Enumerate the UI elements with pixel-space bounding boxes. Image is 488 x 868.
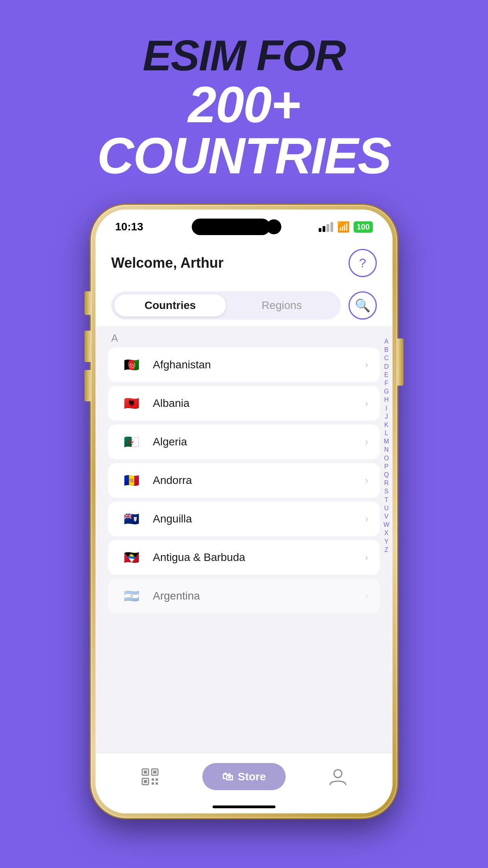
search-icon: 🔍 xyxy=(355,298,371,313)
nav-qr[interactable] xyxy=(141,767,160,786)
alpha-l[interactable]: L xyxy=(385,429,388,437)
svg-rect-6 xyxy=(152,778,154,781)
alpha-p[interactable]: P xyxy=(384,463,389,470)
alpha-i[interactable]: I xyxy=(385,405,387,412)
tab-regions[interactable]: Regions xyxy=(226,294,338,316)
flag-antigua: 🇦🇬 xyxy=(120,549,143,566)
battery-icon: 100 xyxy=(354,221,373,233)
country-name-anguilla: Anguilla xyxy=(153,513,356,525)
status-bar: 10:13 📶 100 xyxy=(95,210,393,237)
help-button[interactable]: ? xyxy=(349,249,377,277)
section-header-a: A xyxy=(95,326,393,348)
dynamic-island xyxy=(192,219,270,235)
flag-andorra: 🇦🇩 xyxy=(120,472,143,489)
chevron-icon: › xyxy=(365,590,368,601)
alpha-f[interactable]: F xyxy=(385,379,389,387)
country-item-anguilla[interactable]: 🇦🇮 Anguilla › xyxy=(108,502,380,536)
profile-icon xyxy=(328,767,347,786)
alpha-d[interactable]: D xyxy=(384,363,389,370)
wifi-icon: 📶 xyxy=(337,221,350,233)
country-name-argentina: Argentina xyxy=(153,590,356,602)
alpha-o[interactable]: O xyxy=(384,454,389,462)
hero-line1: ESIM FOR xyxy=(97,31,391,79)
signal-icon xyxy=(319,222,333,232)
country-name-albania: Albania xyxy=(153,397,356,410)
alpha-j[interactable]: J xyxy=(385,413,388,420)
flag-algeria: 🇩🇿 xyxy=(120,433,143,451)
phone-screen: 10:13 📶 100 Welcome, Arthur xyxy=(95,210,393,813)
country-name-afghanistan: Afghanistan xyxy=(153,359,356,371)
alpha-x[interactable]: X xyxy=(384,529,389,537)
tab-pills: Countries Regions xyxy=(111,291,341,320)
svg-rect-1 xyxy=(144,771,147,774)
app-header: Welcome, Arthur ? xyxy=(95,237,393,285)
welcome-message: Welcome, Arthur xyxy=(111,255,224,271)
alpha-n[interactable]: N xyxy=(384,446,389,453)
country-name-antigua: Antigua & Barbuda xyxy=(153,551,356,564)
hero-line3: COUNTRIES xyxy=(97,130,391,181)
country-name-algeria: Algeria xyxy=(153,436,356,448)
svg-rect-3 xyxy=(153,771,156,774)
volume-up-button xyxy=(84,331,91,362)
alphabet-index[interactable]: A B C D E F G H I J K L M N O xyxy=(383,338,389,554)
alpha-e[interactable]: E xyxy=(384,371,389,379)
alpha-h[interactable]: H xyxy=(384,396,389,403)
alpha-v[interactable]: V xyxy=(384,513,389,520)
chevron-icon: › xyxy=(365,398,368,409)
flag-albania: 🇦🇱 xyxy=(120,395,143,412)
nav-profile[interactable] xyxy=(328,767,347,786)
country-item-albania[interactable]: 🇦🇱 Albania › xyxy=(108,386,380,421)
bottom-nav: 🛍 Store xyxy=(95,753,393,800)
country-item-andorra[interactable]: 🇦🇩 Andorra › xyxy=(108,463,380,498)
question-icon: ? xyxy=(359,256,366,270)
volume-down-button xyxy=(84,370,91,401)
alpha-r[interactable]: R xyxy=(384,479,389,487)
svg-rect-7 xyxy=(156,778,158,781)
country-item-algeria[interactable]: 🇩🇿 Algeria › xyxy=(108,425,380,459)
alpha-m[interactable]: M xyxy=(384,438,389,445)
chevron-icon: › xyxy=(365,513,368,524)
svg-rect-5 xyxy=(144,780,147,783)
phone-mockup: 10:13 📶 100 Welcome, Arthur xyxy=(91,205,397,818)
chevron-icon: › xyxy=(365,436,368,447)
svg-rect-9 xyxy=(156,782,158,785)
flag-afghanistan: 🇦🇫 xyxy=(120,356,143,373)
status-time: 10:13 xyxy=(115,221,143,233)
flag-argentina: 🇦🇷 xyxy=(120,587,143,605)
alpha-y[interactable]: Y xyxy=(384,538,389,545)
alpha-g[interactable]: G xyxy=(384,388,389,395)
tab-bar: Countries Regions 🔍 xyxy=(95,285,393,326)
store-button[interactable]: 🛍 Store xyxy=(202,763,286,790)
alpha-s[interactable]: S xyxy=(384,487,389,495)
svg-rect-8 xyxy=(152,782,154,785)
search-button[interactable]: 🔍 xyxy=(349,291,377,320)
alpha-u[interactable]: U xyxy=(384,504,389,512)
country-list: A 🇦🇫 Afghanistan › 🇦🇱 Albania › 🇩🇿 xyxy=(95,326,393,753)
country-item-afghanistan[interactable]: 🇦🇫 Afghanistan › xyxy=(108,348,380,382)
chevron-icon: › xyxy=(365,552,368,563)
tab-countries[interactable]: Countries xyxy=(114,294,226,316)
alpha-c[interactable]: C xyxy=(384,354,389,362)
hero-section: ESIM FOR 200+ COUNTRIES xyxy=(97,31,391,181)
mute-button xyxy=(84,291,91,315)
alpha-w[interactable]: W xyxy=(383,521,389,528)
alpha-t[interactable]: T xyxy=(385,496,389,504)
home-indicator xyxy=(95,800,393,813)
country-name-andorra: Andorra xyxy=(153,474,356,487)
chevron-icon: › xyxy=(365,475,368,486)
chevron-icon: › xyxy=(365,359,368,370)
alpha-b[interactable]: B xyxy=(384,346,389,353)
phone-frame: 10:13 📶 100 Welcome, Arthur xyxy=(91,205,397,818)
country-item-antigua[interactable]: 🇦🇬 Antigua & Barbuda › xyxy=(108,540,380,575)
qr-icon xyxy=(141,767,160,786)
app-content: Welcome, Arthur ? Countries Regions xyxy=(95,237,393,813)
hero-line2: 200+ xyxy=(97,79,391,130)
alpha-q[interactable]: Q xyxy=(384,471,389,478)
flag-anguilla: 🇦🇮 xyxy=(120,510,143,528)
alpha-k[interactable]: K xyxy=(384,421,389,428)
store-label: Store xyxy=(238,771,266,783)
alpha-z[interactable]: Z xyxy=(385,546,389,554)
country-item-argentina[interactable]: 🇦🇷 Argentina › xyxy=(108,579,380,613)
alpha-a[interactable]: A xyxy=(384,338,389,345)
power-button xyxy=(397,338,404,386)
